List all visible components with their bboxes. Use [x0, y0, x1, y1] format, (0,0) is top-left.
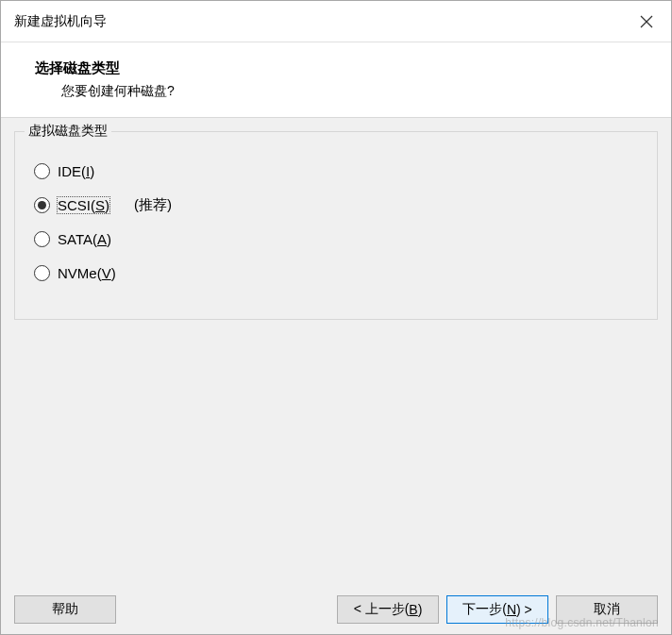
close-icon[interactable] [635, 10, 658, 33]
back-button[interactable]: < 上一步(B) [337, 595, 439, 624]
recommended-label: (推荐) [134, 196, 172, 214]
window-title: 新建虚拟机向导 [14, 13, 107, 30]
radio-icon[interactable] [34, 265, 50, 281]
radio-option-scsi[interactable]: SCSI(S) (推荐) [34, 194, 640, 215]
radio-label: SCSI(S) [58, 197, 109, 213]
wizard-header: 选择磁盘类型 您要创建何种磁盘? [1, 42, 671, 118]
wizard-footer: 帮助 < 上一步(B) 下一步(N) > 取消 [1, 585, 671, 634]
help-button[interactable]: 帮助 [14, 595, 116, 624]
page-title: 选择磁盘类型 [35, 59, 671, 77]
wizard-body: 虚拟磁盘类型 IDE(I) SCSI(S) (推荐) SATA(A) NVMe(… [1, 118, 671, 585]
radio-label: NVMe(V) [58, 265, 116, 281]
radio-option-sata[interactable]: SATA(A) [34, 228, 640, 249]
titlebar: 新建虚拟机向导 [1, 1, 671, 42]
next-button[interactable]: 下一步(N) > [446, 595, 548, 624]
radio-icon[interactable] [34, 197, 50, 213]
group-legend: 虚拟磁盘类型 [25, 123, 111, 140]
cancel-button[interactable]: 取消 [556, 595, 658, 624]
radio-label: SATA(A) [58, 231, 111, 247]
radio-option-ide[interactable]: IDE(I) [34, 160, 640, 181]
radio-icon[interactable] [34, 231, 50, 247]
radio-icon[interactable] [34, 163, 50, 179]
radio-label: IDE(I) [58, 163, 94, 179]
wizard-window: 新建虚拟机向导 选择磁盘类型 您要创建何种磁盘? 虚拟磁盘类型 IDE(I) S… [0, 0, 672, 635]
page-subtitle: 您要创建何种磁盘? [61, 83, 671, 100]
radio-option-nvme[interactable]: NVMe(V) [34, 262, 640, 283]
disk-type-group: 虚拟磁盘类型 IDE(I) SCSI(S) (推荐) SATA(A) NVMe(… [14, 131, 658, 320]
